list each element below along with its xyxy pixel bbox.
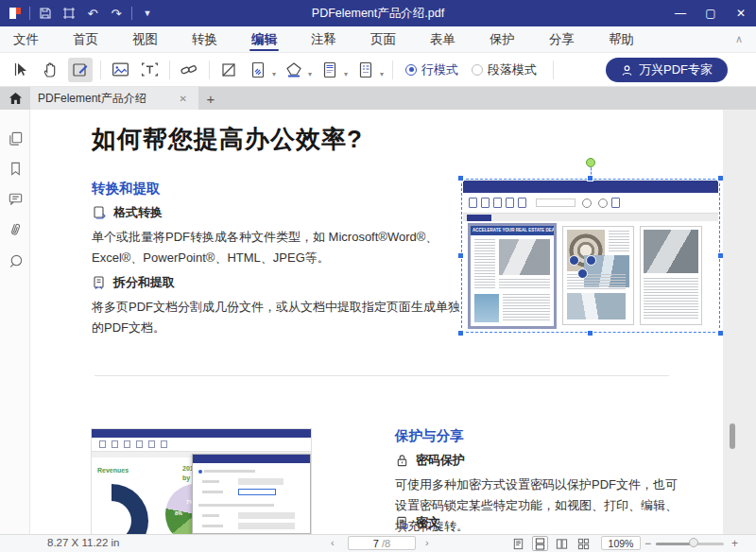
snapshot-icon[interactable]	[60, 5, 77, 22]
workspace: 如何帮您提高办公效率? 转换和提取 格式转换 单个或批量将PDF转换成各种文件类…	[0, 110, 756, 534]
edit-toolbar: ▾ ▾ ▾ ▾ 行模式 段落模式 万兴PDF专家	[0, 53, 756, 87]
save-icon[interactable]	[37, 5, 54, 22]
titlebar-separator	[131, 7, 132, 20]
vertical-scrollbar-thumb[interactable]	[730, 423, 735, 449]
embedded-dialog	[192, 454, 311, 534]
edit-mode-radios: 行模式 段落模式	[405, 61, 550, 78]
paragraph-mode-label[interactable]: 段落模式	[488, 61, 537, 78]
menu-edit[interactable]: 编辑	[249, 26, 279, 52]
embedded-chart-screenshot[interactable]: Revenues 2016 Operating by Service Area …	[92, 429, 311, 534]
menu-file[interactable]: 文件	[11, 26, 41, 52]
add-link-icon[interactable]	[177, 58, 201, 82]
maximize-button[interactable]: ▢	[696, 0, 726, 26]
pdf-page-canvas[interactable]: 如何帮您提高办公效率? 转换和提取 格式转换 单个或批量将PDF转换成各种文件类…	[30, 110, 723, 534]
single-page-view-icon[interactable]	[510, 536, 526, 551]
redact-title: 密文	[416, 514, 440, 531]
bookmarks-icon[interactable]	[8, 161, 24, 177]
undo-icon[interactable]: ↶	[84, 5, 101, 22]
redact-doc-icon	[395, 515, 409, 530]
embedded-chart-toolbar	[92, 438, 311, 452]
thumbnail-grid-view-icon[interactable]	[576, 536, 592, 551]
menu-page[interactable]: 页面	[369, 26, 398, 52]
password-protect-title: 密码保护	[416, 452, 465, 469]
menu-protect[interactable]: 保护	[488, 26, 517, 52]
previous-page-icon[interactable]: ‹	[331, 537, 335, 548]
crop-icon[interactable]	[216, 58, 241, 82]
zoom-level-input[interactable]: 109%	[601, 536, 641, 550]
resize-handle-s[interactable]	[587, 330, 593, 336]
new-tab-button[interactable]: +	[198, 87, 223, 110]
line-mode-radio[interactable]	[405, 64, 417, 76]
person-icon	[621, 64, 633, 77]
resize-handle-w[interactable]	[457, 252, 464, 259]
bates-numbering-icon[interactable]	[353, 58, 378, 82]
embedded-donut-value: 57%	[118, 520, 129, 526]
zoom-slider-handle[interactable]	[689, 538, 698, 547]
line-mode-label[interactable]: 行模式	[421, 61, 458, 78]
menu-view[interactable]: 视图	[130, 26, 160, 52]
rotation-handle[interactable]	[586, 158, 595, 167]
hand-tool-icon[interactable]	[39, 58, 63, 82]
search-icon[interactable]	[8, 253, 24, 269]
select-tool-icon[interactable]	[9, 58, 34, 82]
resize-handle-nw[interactable]	[457, 175, 464, 181]
format-convert-icon	[92, 205, 107, 220]
quick-access-dropdown-icon[interactable]: ▼	[139, 5, 156, 22]
menu-home[interactable]: 首页	[71, 26, 100, 52]
resize-handle-n[interactable]	[587, 175, 593, 181]
facing-pages-view-icon[interactable]	[554, 536, 570, 551]
pie-label: 8%	[175, 510, 182, 516]
document-tab-bar: PDFelement产品介绍 ✕ +	[0, 87, 756, 110]
zoom-out-icon[interactable]: −	[644, 537, 651, 550]
total-pages: /8	[382, 538, 390, 549]
status-bar: 8.27 X 11.22 in ‹ 7 /8 › 109% − +	[0, 534, 756, 552]
continuous-view-icon[interactable]	[532, 536, 548, 551]
collapse-ribbon-icon[interactable]: ∧	[735, 33, 743, 45]
vertical-scrollbar-track[interactable]	[723, 110, 756, 534]
menu-share[interactable]: 分享	[547, 26, 576, 52]
toolbar-separator	[553, 60, 554, 79]
menu-convert[interactable]: 转换	[190, 26, 219, 52]
selection-border[interactable]	[461, 179, 720, 333]
menu-comment[interactable]: 注释	[309, 26, 338, 52]
page-size-label: 8.27 X 11.22 in	[47, 537, 120, 548]
add-image-icon[interactable]	[108, 58, 132, 82]
selected-image-object[interactable]: ACCELERATE YOUR REAL ESTATE DEALS	[461, 179, 720, 333]
current-page: 7	[373, 538, 379, 549]
background-dropdown-caret[interactable]: ▾	[308, 70, 312, 78]
convert-section-title: 转换和提取	[92, 180, 161, 198]
home-tab-icon[interactable]	[0, 87, 30, 110]
zoom-in-icon[interactable]: +	[731, 537, 738, 550]
add-text-icon[interactable]	[137, 58, 162, 82]
background-icon[interactable]	[282, 58, 306, 82]
pdf-expert-button[interactable]: 万兴PDF专家	[606, 58, 728, 82]
next-page-icon[interactable]: ›	[425, 537, 429, 548]
embedded-revenues-label: Revenues	[97, 467, 129, 474]
watermark-dropdown-caret[interactable]: ▾	[272, 70, 276, 78]
comments-icon[interactable]	[8, 191, 24, 207]
page-divider	[94, 375, 669, 376]
menu-help[interactable]: 帮助	[607, 26, 636, 52]
titlebar-separator	[29, 7, 30, 20]
attachments-icon[interactable]	[8, 221, 24, 237]
header-footer-dropdown-caret[interactable]: ▾	[344, 70, 348, 78]
paragraph-mode-radio[interactable]	[472, 64, 483, 76]
page-number-input[interactable]: 7 /8	[348, 536, 416, 550]
redo-icon[interactable]: ↷	[108, 5, 125, 22]
minimize-button[interactable]: —	[665, 0, 696, 26]
close-button[interactable]: ✕	[726, 0, 756, 26]
bates-dropdown-caret[interactable]: ▾	[380, 70, 384, 78]
page-thumbnails-icon[interactable]	[8, 130, 24, 147]
document-tab[interactable]: PDFelement产品介绍 ✕	[30, 87, 198, 110]
edit-object-tool-icon[interactable]	[68, 58, 93, 82]
toolbar-separator	[209, 60, 210, 79]
header-footer-icon[interactable]	[318, 58, 342, 82]
pdfelement-window: ↶ ↷ ▼ PDFelement产品介绍.pdf — ▢ ✕ 文件 首页 视图 …	[0, 0, 756, 552]
tab-close-icon[interactable]: ✕	[176, 92, 191, 106]
embedded-chart-titlebar	[92, 429, 311, 438]
menu-form[interactable]: 表单	[428, 26, 457, 52]
resize-handle-sw[interactable]	[457, 330, 464, 336]
watermark-icon[interactable]	[246, 58, 270, 82]
format-convert-item: 格式转换	[92, 204, 163, 221]
page-heading: 如何帮您提高办公效率?	[92, 123, 363, 156]
